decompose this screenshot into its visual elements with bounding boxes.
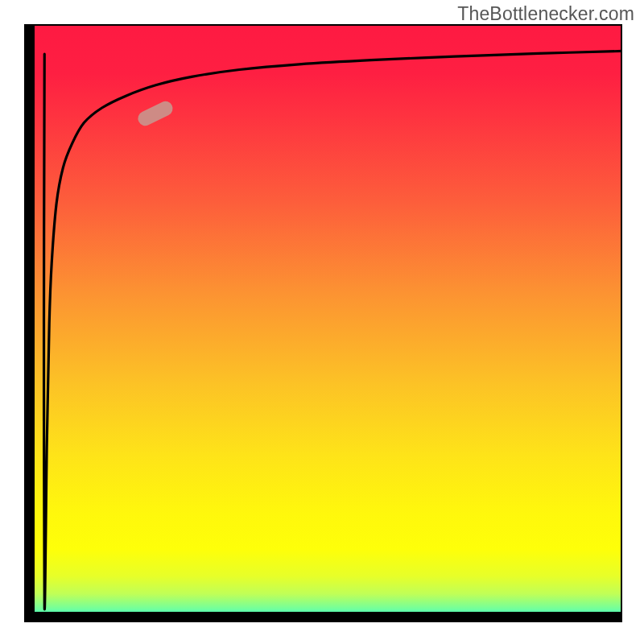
watermark-text: TheBottlenecker.com — [457, 3, 634, 25]
plot-area — [24, 24, 622, 622]
y-axis-bar — [24, 24, 35, 622]
chart-stage: TheBottlenecker.com — [0, 0, 644, 644]
x-axis-bar — [24, 612, 622, 622]
